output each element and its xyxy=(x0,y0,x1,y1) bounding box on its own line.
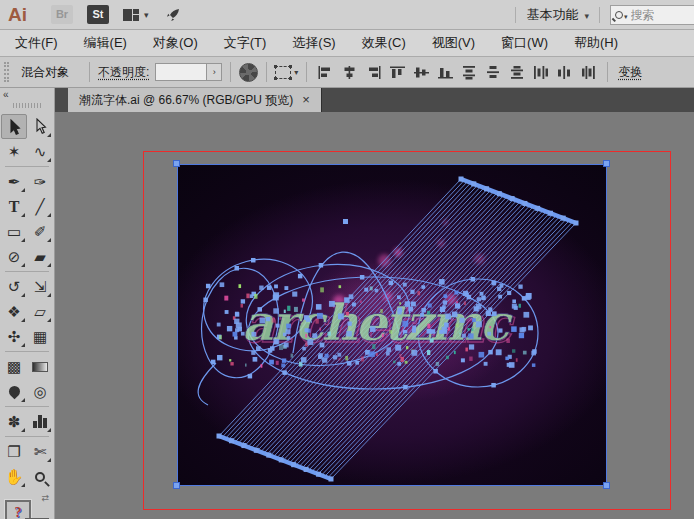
menu-item[interactable]: 视图(V) xyxy=(419,30,488,56)
stock-icon[interactable]: St xyxy=(87,5,109,24)
zoom-tool[interactable] xyxy=(27,464,53,489)
selection-context-label: 混合对象 xyxy=(21,64,69,81)
divider xyxy=(599,7,600,23)
symbol-sprayer-tool[interactable]: ✽ xyxy=(1,409,27,434)
line-segment-tool[interactable]: ╱ xyxy=(27,194,53,219)
distribute-vertical-top-icon[interactable] xyxy=(459,63,479,81)
artwork-vector-layer[interactable]: archetzmcarchetzmc xyxy=(178,165,608,487)
align-tools xyxy=(315,63,599,81)
align-horizontal-left-icon[interactable] xyxy=(315,63,335,81)
illustrator-logo-icon: Ai xyxy=(8,4,27,26)
align-vertical-top-icon[interactable] xyxy=(387,63,407,81)
align-vertical-center-icon[interactable] xyxy=(411,63,431,81)
chevron-down-icon: ▾ xyxy=(584,11,589,21)
chevron-down-icon: ▾ xyxy=(294,68,298,77)
free-transform-tool[interactable]: ▱ xyxy=(27,299,53,324)
opacity-label[interactable]: 不透明度: xyxy=(98,64,149,81)
blend-tool[interactable]: ◎ xyxy=(27,379,53,404)
document-tab-bar: 潮流字体.ai @ 66.67% (RGB/GPU 预览) × xyxy=(55,88,694,112)
curvature-tool[interactable]: ✑ xyxy=(27,169,53,194)
distribute-horizontal-left-icon[interactable] xyxy=(531,63,551,81)
bounding-box-icon[interactable] xyxy=(275,66,291,79)
hand-tool[interactable]: ✋ xyxy=(1,464,27,489)
document-tab[interactable]: 潮流字体.ai @ 66.67% (RGB/GPU 预览) × xyxy=(68,88,322,112)
distribute-horizontal-right-icon[interactable] xyxy=(579,63,599,81)
mesh-tool[interactable]: ▩ xyxy=(1,354,27,379)
artboard-tool[interactable]: ❐ xyxy=(1,439,27,464)
opacity-input[interactable] xyxy=(155,63,207,81)
tools-panel-header: « xyxy=(0,88,54,112)
paintbrush-tool[interactable]: ✐ xyxy=(27,219,53,244)
divider xyxy=(306,62,307,82)
column-graph-tool[interactable] xyxy=(27,409,53,434)
type-tool[interactable]: T xyxy=(1,194,27,219)
align-vertical-bottom-icon[interactable] xyxy=(435,63,455,81)
selection-handle[interactable] xyxy=(173,160,180,167)
fill-color-swatch[interactable]: ? xyxy=(5,500,31,519)
scale-tool[interactable]: ⇲ xyxy=(27,274,53,299)
svg-text:archetzmc: archetzmc xyxy=(241,293,513,352)
menu-item[interactable]: 对象(O) xyxy=(140,30,211,56)
divider xyxy=(89,62,90,82)
fill-stroke-controls: ⇄ ? ? xyxy=(0,493,54,519)
distribute-vertical-center-icon[interactable] xyxy=(483,63,503,81)
workspace-switcher[interactable]: 基本功能▾ xyxy=(526,6,589,24)
document-tab-title: 潮流字体.ai @ 66.67% (RGB/GPU 预览) xyxy=(79,92,293,109)
shape-builder-tool[interactable]: ✣ xyxy=(1,324,27,349)
divider xyxy=(230,62,231,82)
selection-handle[interactable] xyxy=(173,482,180,489)
rocket-icon[interactable] xyxy=(165,7,181,23)
shaper-tool[interactable]: ⊘ xyxy=(1,244,27,269)
bridge-icon[interactable]: Br xyxy=(51,5,73,24)
menu-item[interactable]: 效果(C) xyxy=(349,30,419,56)
menu-item[interactable]: 选择(S) xyxy=(279,30,348,56)
gradient-tool[interactable] xyxy=(27,354,53,379)
app-bar: Ai Br St ▾ 基本功能▾ ▾ xyxy=(0,0,694,30)
direct-selection-tool[interactable] xyxy=(27,114,53,139)
menu-bar: 文件(F)编辑(E)对象(O)文字(T)选择(S)效果(C)视图(V)窗口(W)… xyxy=(0,30,694,57)
document-canvas[interactable]: archetzmcarchetzmc xyxy=(55,112,694,519)
transform-link[interactable]: 变换 xyxy=(618,64,642,81)
selection-tool[interactable] xyxy=(1,114,27,139)
arrange-documents-icon[interactable] xyxy=(123,9,140,21)
pen-tool[interactable]: ✒ xyxy=(1,169,27,194)
recolor-artwork-icon[interactable] xyxy=(239,63,258,82)
menu-item[interactable]: 文件(F) xyxy=(2,30,71,56)
eyedropper-tool[interactable] xyxy=(1,379,27,404)
divider xyxy=(266,62,267,82)
lasso-tool[interactable]: ∿ xyxy=(27,139,53,164)
search-input[interactable] xyxy=(631,8,677,22)
align-horizontal-center-icon[interactable] xyxy=(339,63,359,81)
menu-item[interactable]: 窗口(W) xyxy=(488,30,561,56)
search-icon xyxy=(615,11,623,19)
menu-item[interactable]: 编辑(E) xyxy=(71,30,140,56)
opacity-dropdown-button[interactable]: › xyxy=(207,63,222,81)
eraser-tool[interactable]: ▰ xyxy=(27,244,53,269)
slice-tool[interactable]: ✄ xyxy=(27,439,53,464)
search-box[interactable]: ▾ xyxy=(610,5,694,25)
chevron-down-icon: ▾ xyxy=(144,10,149,20)
perspective-grid-tool[interactable]: ▦ xyxy=(27,324,53,349)
collapse-panel-icon[interactable]: « xyxy=(3,89,9,100)
divider xyxy=(607,62,608,82)
selection-handle[interactable] xyxy=(603,482,610,489)
align-horizontal-right-icon[interactable] xyxy=(363,63,383,81)
close-tab-icon[interactable]: × xyxy=(302,94,310,106)
rotate-tool[interactable]: ↺ xyxy=(1,274,27,299)
chevron-down-icon: ▾ xyxy=(624,13,628,21)
menu-item[interactable]: 文字(T) xyxy=(211,30,280,56)
width-tool[interactable]: ❖ xyxy=(1,299,27,324)
divider xyxy=(515,7,516,23)
tools-panel: « ✶∿✒✑T╱▭✐⊘▰↺⇲❖▱✣▦▩◎✽❐✄✋⇄ ? ? xyxy=(0,88,55,519)
distribute-horizontal-center-icon[interactable] xyxy=(555,63,575,81)
panel-grip[interactable] xyxy=(4,62,9,82)
swap-fill-stroke-icon[interactable]: ⇄ xyxy=(41,493,49,503)
control-bar: 混合对象 不透明度: › ▾ 变换 xyxy=(0,57,694,88)
selected-artwork[interactable]: archetzmcarchetzmc xyxy=(177,164,607,486)
rectangle-tool[interactable]: ▭ xyxy=(1,219,27,244)
selection-handle[interactable] xyxy=(603,160,610,167)
magic-wand-tool[interactable]: ✶ xyxy=(1,139,27,164)
menu-item[interactable]: 帮助(H) xyxy=(561,30,631,56)
distribute-vertical-bottom-icon[interactable] xyxy=(507,63,527,81)
panel-grip-dots[interactable] xyxy=(13,103,41,108)
